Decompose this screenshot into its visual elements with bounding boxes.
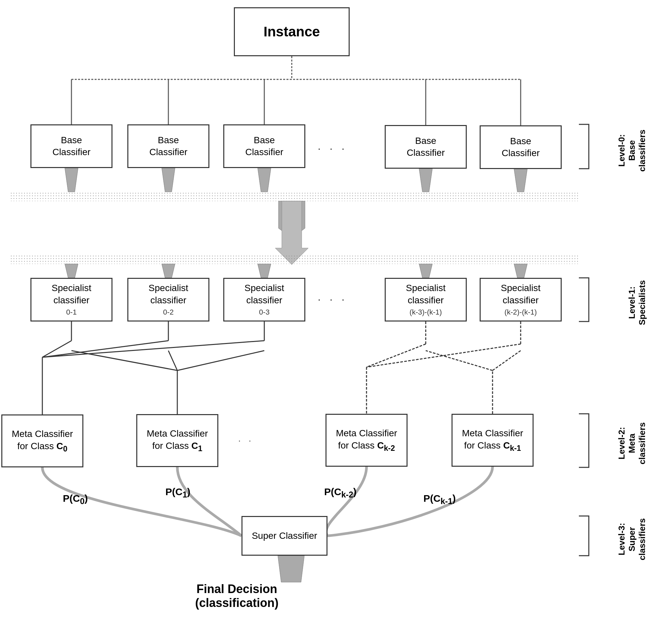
p0-label: P(C0) bbox=[63, 493, 88, 506]
specialist-5: Specialist classifier (k-2)-(k-1) bbox=[480, 278, 562, 322]
spec4-sub: (k-3)-(k-1) bbox=[406, 308, 445, 317]
specialist-2: Specialist classifier 0-2 bbox=[128, 278, 209, 322]
super-label: Super Classifier bbox=[252, 531, 317, 541]
pk2-label: P(Ck-2) bbox=[324, 486, 357, 499]
svg-marker-19 bbox=[419, 264, 432, 278]
svg-marker-16 bbox=[65, 264, 78, 278]
meta3-line2: for Class Ck-2 bbox=[336, 439, 397, 453]
level1-label: Level-1: Specialists bbox=[627, 281, 647, 324]
spec5-line1: Specialist bbox=[501, 282, 541, 294]
instance-box: Instance bbox=[234, 7, 350, 56]
base-classifier-2: Base Classifier bbox=[128, 124, 209, 168]
instance-label: Instance bbox=[264, 24, 320, 40]
base5-line2: Classifier bbox=[502, 147, 540, 159]
spec2-line1: Specialist bbox=[148, 282, 188, 294]
svg-marker-9 bbox=[65, 168, 78, 192]
svg-line-29 bbox=[71, 351, 177, 370]
meta-classifier-4: Meta Classifier for Class Ck-1 bbox=[452, 414, 534, 467]
svg-line-39 bbox=[493, 351, 521, 370]
meta-classifier-1: Meta Classifier for Class C0 bbox=[1, 415, 83, 467]
level2-label: Level-2: Meta classifiers bbox=[617, 417, 647, 470]
base-classifier-4: Base Classifier bbox=[385, 125, 467, 169]
svg-marker-18 bbox=[258, 264, 271, 278]
spec1-line2: classifier bbox=[51, 294, 91, 306]
base4-line1: Base bbox=[406, 135, 444, 147]
base5-line1: Base bbox=[502, 135, 540, 147]
level3-label: Level-3: Super classifiers bbox=[617, 519, 647, 559]
meta-classifier-2: Meta Classifier for Class C1 bbox=[136, 414, 218, 467]
base-classifier-3: Base Classifier bbox=[223, 124, 305, 168]
base1-line1: Base bbox=[52, 134, 90, 146]
svg-line-36 bbox=[366, 344, 521, 367]
super-classifier-box: Super Classifier bbox=[242, 516, 327, 556]
base-classifier-5: Base Classifier bbox=[480, 126, 562, 169]
spec3-line1: Specialist bbox=[245, 282, 284, 294]
spec4-line1: Specialist bbox=[406, 282, 445, 294]
specialist-4: Specialist classifier (k-3)-(k-1) bbox=[385, 278, 467, 322]
meta-dots: . . bbox=[238, 433, 254, 444]
spec2-sub: 0-2 bbox=[148, 308, 188, 317]
base3-line2: Classifier bbox=[245, 146, 283, 158]
svg-marker-14 bbox=[279, 201, 305, 238]
spec1-line1: Specialist bbox=[51, 282, 91, 294]
base1-line2: Classifier bbox=[52, 146, 90, 158]
meta2-line2: for Class C1 bbox=[147, 440, 208, 454]
meta3-line1: Meta Classifier bbox=[336, 427, 397, 439]
svg-line-22 bbox=[42, 341, 71, 357]
meta-classifier-3: Meta Classifier for Class Ck-2 bbox=[325, 414, 407, 467]
spec5-sub: (k-2)-(k-1) bbox=[501, 308, 541, 317]
svg-marker-10 bbox=[162, 168, 175, 192]
spec1-sub: 0-1 bbox=[51, 308, 91, 317]
bar1 bbox=[10, 192, 579, 201]
svg-marker-12 bbox=[419, 169, 432, 192]
spec3-line2: classifier bbox=[245, 294, 284, 306]
base-classifier-1: Base Classifier bbox=[30, 124, 112, 168]
base3-line1: Base bbox=[245, 134, 283, 146]
level0-label: Level-0: Base classifiers bbox=[617, 129, 647, 172]
pk1-label: P(Ck-1) bbox=[424, 493, 456, 506]
svg-marker-17 bbox=[162, 264, 175, 278]
spec4-line2: classifier bbox=[406, 294, 445, 306]
svg-line-38 bbox=[426, 351, 493, 370]
svg-marker-40 bbox=[278, 556, 304, 582]
base4-line2: Classifier bbox=[406, 147, 444, 159]
meta1-line1: Meta Classifier bbox=[11, 428, 73, 440]
specialist-3: Specialist classifier 0-3 bbox=[223, 278, 305, 322]
bar2 bbox=[10, 255, 579, 264]
base2-line1: Base bbox=[149, 134, 187, 146]
base2-line2: Classifier bbox=[149, 146, 187, 158]
svg-marker-20 bbox=[514, 264, 527, 278]
meta4-line1: Meta Classifier bbox=[462, 427, 523, 439]
spec2-line2: classifier bbox=[148, 294, 188, 306]
svg-line-33 bbox=[366, 344, 426, 367]
svg-marker-13 bbox=[514, 169, 527, 192]
p1-label: P(C1) bbox=[166, 486, 190, 499]
svg-marker-11 bbox=[258, 168, 271, 192]
spec5-line2: classifier bbox=[501, 294, 541, 306]
base-dots: . . . bbox=[318, 139, 347, 153]
spec3-sub: 0-3 bbox=[245, 308, 284, 317]
diagram-container: Instance Base Classifier Base Classifier… bbox=[0, 0, 650, 644]
meta1-line2: for Class C0 bbox=[11, 440, 73, 454]
svg-line-30 bbox=[168, 351, 177, 370]
specialist-1: Specialist classifier 0-1 bbox=[30, 278, 112, 322]
meta2-line1: Meta Classifier bbox=[147, 428, 208, 439]
final-decision: Final Decision(classification) bbox=[195, 582, 279, 610]
svg-line-27 bbox=[42, 341, 264, 357]
spec-dots: . . . bbox=[318, 290, 347, 303]
meta4-line2: for Class Ck-1 bbox=[462, 439, 523, 453]
svg-line-25 bbox=[42, 341, 168, 357]
svg-line-31 bbox=[177, 351, 264, 370]
